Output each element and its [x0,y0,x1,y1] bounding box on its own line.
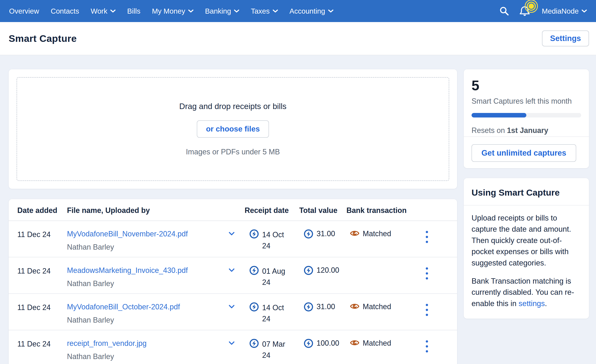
matched-eye-icon [350,229,359,238]
nav-item-taxes[interactable]: Taxes [251,7,278,15]
uploaded-by: Nathan Barley [67,279,224,288]
captures-table: Date added File name, Uploaded by Receip… [9,199,457,364]
table-header-row: Date added File name, Uploaded by Receip… [9,199,457,221]
matched-eye-icon [350,339,359,347]
nav-item-bills[interactable]: Bills [127,7,140,15]
total-value: 100.00 [317,339,339,348]
smart-capture-bolt-icon [249,266,259,275]
total-value: 31.00 [317,229,335,238]
nav-label: My Money [152,7,185,15]
column-header-bank-transaction: Bank transaction [346,206,407,215]
nav-label: Contacts [51,7,79,15]
row-total-value-cell: 31.00 [304,229,335,239]
nav-label: Banking [205,7,231,15]
file-expand-chevron-icon[interactable] [228,305,235,310]
settings-link[interactable]: settings [519,299,545,308]
file-expand-chevron-icon[interactable] [228,232,235,237]
smart-capture-bolt-icon [304,302,313,312]
nav-label: Work [91,7,107,15]
upload-hint: Images or PDFs under 5 MB [186,148,280,156]
table-body: 11 Dec 24 MyVodafoneBill_November-2024.p… [9,221,457,364]
nav-item-work[interactable]: Work [91,7,116,15]
top-navbar: Overview Contacts Work Bills My Money Ba… [0,0,596,22]
table-row: 11 Dec 24 MyVodafoneBill_November-2024.p… [9,221,457,257]
info-paragraph-1: Upload receipts or bills to capture the … [471,213,581,268]
row-total-value-cell: 120.00 [304,266,339,275]
row-receipt-date-cell: 14 Oct 24 [249,302,289,324]
file-name-link[interactable]: MeadowsMarketing_Invoice_430.pdf [67,266,224,275]
row-actions-menu[interactable] [425,230,429,244]
search-icon[interactable] [499,6,510,16]
bank-transaction-status: Matched [363,229,391,238]
company-menu[interactable]: MediaNode [542,7,587,15]
resets-text: Resets on 1st January [471,126,581,135]
row-actions-menu[interactable] [425,303,429,317]
page-title: Smart Capture [9,33,77,44]
info-card: Using Smart Capture Upload receipts or b… [464,178,589,319]
divider [464,136,589,137]
file-name-link[interactable]: receipt_from_vendor.jpg [67,339,224,348]
row-total-value-cell: 31.00 [304,302,335,312]
smart-capture-bolt-icon [249,302,259,312]
row-date-added: 11 Dec 24 [17,230,51,239]
settings-button[interactable]: Settings [542,30,589,46]
row-actions-menu[interactable] [425,266,429,281]
row-bank-transaction-cell: Matched [350,229,391,238]
chevron-down-icon [234,9,239,13]
captures-remaining-count: 5 [471,78,581,92]
nav-label: Overview [9,7,39,15]
resets-date: 1st January [507,126,548,134]
nav-item-banking[interactable]: Banking [205,7,239,15]
file-name-link[interactable]: MyVodafoneBill_November-2024.pdf [67,230,224,238]
row-bank-transaction-cell: Matched [350,339,391,348]
row-file-cell: MyVodafoneBill_October-2024.pdf Nathan B… [67,303,224,324]
uploaded-by: Nathan Barley [67,316,224,324]
dropzone-instruction: Drag and drop receipts or bills [179,102,286,111]
row-receipt-date-cell: 01 Aug 24 [249,266,289,288]
row-total-value-cell: 100.00 [304,339,339,348]
bank-transaction-status: Matched [363,302,391,311]
nav-item-accounting[interactable]: Accounting [290,7,334,15]
row-receipt-date-cell: 07 Mar 24 [249,339,289,361]
nav-item-my-money[interactable]: My Money [152,7,193,15]
total-value: 120.00 [317,266,339,275]
choose-files-button[interactable]: or choose files [197,120,269,138]
row-date-added: 11 Dec 24 [17,303,51,312]
resets-prefix: Resets on [471,126,507,134]
get-unlimited-captures-button[interactable]: Get unlimited captures [471,144,576,162]
smart-capture-bolt-icon [304,229,313,239]
usage-progress-bar [471,113,581,118]
info-paragraph-2-period: . [545,299,547,308]
row-file-cell: MyVodafoneBill_November-2024.pdf Nathan … [67,230,224,252]
row-actions-menu[interactable] [425,339,429,354]
company-name: MediaNode [542,7,579,15]
total-value: 31.00 [317,302,335,311]
notification-badge [529,3,534,9]
file-dropzone[interactable]: Drag and drop receipts or bills or choos… [16,77,449,181]
nav-item-contacts[interactable]: Contacts [51,7,79,15]
smart-capture-bolt-icon [304,266,313,275]
chevron-down-icon [188,9,194,13]
chevron-down-icon [328,9,334,13]
column-header-total-value: Total value [299,206,337,215]
table-row: 11 Dec 24 MyVodafoneBill_October-2024.pd… [9,294,457,330]
nav-label: Bills [127,7,140,15]
file-expand-chevron-icon[interactable] [228,268,235,273]
column-header-date-added: Date added [17,206,57,215]
column-header-receipt-date: Receipt date [245,206,289,215]
smart-capture-bolt-icon [249,229,259,239]
row-file-cell: receipt_from_vendor.jpg Nathan Barley [67,339,224,361]
receipt-date-value: 14 Oct 24 [262,302,289,324]
file-expand-chevron-icon[interactable] [228,341,235,346]
nav-item-overview[interactable]: Overview [9,7,39,15]
matched-eye-icon [350,302,359,310]
page-header: Smart Capture Settings [0,22,596,55]
table-row: 11 Dec 24 receipt_from_vendor.jpg Nathan… [9,330,457,364]
receipt-date-value: 01 Aug 24 [262,266,289,288]
captures-remaining-label: Smart Captures left this month [471,97,581,105]
uploaded-by: Nathan Barley [67,243,224,252]
notifications-bell-icon[interactable] [519,4,532,18]
file-name-link[interactable]: MyVodafoneBill_October-2024.pdf [67,303,224,311]
main-content: Drag and drop receipts or bills or choos… [0,55,596,364]
nav-label: Taxes [251,7,269,15]
